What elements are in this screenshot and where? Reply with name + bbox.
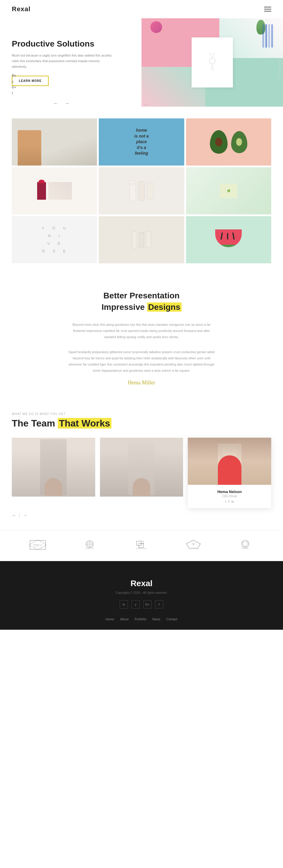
team-photo-featured (188, 438, 271, 485)
hero-prev-button[interactable]: ← (53, 100, 58, 106)
site-header: Rexal (0, 0, 283, 18)
svg-line-2 (212, 54, 214, 58)
presentation-title: Better Presentation Impressive Designs (12, 290, 271, 313)
creative-logo-svg: CREATIVE (133, 539, 150, 551)
hero-image (142, 18, 283, 106)
team-next-button[interactable]: → (23, 513, 27, 518)
product-bottle-2 (138, 181, 145, 200)
partner-logo-victoria: V VICTORIA (185, 539, 202, 552)
footer-facebook-icon[interactable]: f (155, 600, 163, 609)
svg-text:VICTORIA: VICTORIA (189, 548, 198, 549)
team-navigation: ← → (12, 513, 271, 518)
lipstick-decoration (37, 182, 46, 200)
svg-text:JEWELRY: JEWELRY (34, 546, 42, 548)
social-behance[interactable]: Be (12, 74, 16, 77)
hero-navigation: ← → (53, 100, 69, 106)
team-info: Hema Nelson CEO Rexal t f in (188, 485, 271, 508)
svg-text:CIRCECTIVE: CIRCECTIVE (85, 548, 94, 549)
person-silhouette-1 (40, 439, 67, 495)
member-instagram-icon[interactable]: in (232, 500, 234, 503)
footer-nav-about[interactable]: About (120, 617, 129, 621)
signature: Hema Miller (12, 380, 271, 386)
team-title-plain: The Team (12, 418, 55, 429)
team-member-role: CEO Rexal (193, 495, 266, 498)
portfolio-item-5[interactable] (99, 167, 184, 214)
presentation-highlight: Designs (147, 303, 181, 312)
menu-icon-line1 (264, 7, 271, 7)
hero-next-button[interactable]: → (64, 100, 69, 106)
portfolio-item-3[interactable] (186, 118, 271, 165)
team-photo-1 (12, 438, 95, 497)
team-photo-2 (100, 438, 183, 497)
portfolio-item-1[interactable] (12, 118, 97, 165)
social-facebook[interactable]: f (12, 91, 16, 95)
partner-logo-tiffany: TIFFANY JEWELRY (236, 539, 254, 552)
product-bottle-1 (130, 181, 136, 201)
portfolio-item-7[interactable]: Y O UN IV ER S E (12, 216, 97, 263)
scroll-indicator (280, 54, 280, 77)
footer-copyright: Copyrights © 2024 – All rights reserved. (12, 591, 271, 594)
stripes-decoration (262, 24, 277, 48)
hero-section: Productive Solutions Much but because a … (0, 18, 283, 113)
portfolio-item-4[interactable] (12, 167, 97, 214)
green-bg-item: 🌿 (186, 167, 271, 214)
footer-nav-news[interactable]: News (152, 617, 161, 621)
portfolio-item-2[interactable]: homeis not aplaceit's afeeling (99, 118, 184, 165)
svg-line-9 (212, 67, 214, 71)
footer-linkedin-icon[interactable]: in (120, 600, 128, 609)
social-googleplus[interactable]: G+ (12, 85, 16, 89)
team-member-name: Hema Nelson (193, 490, 266, 494)
portfolio-item-8[interactable] (99, 216, 184, 263)
portfolio-item-6[interactable]: 🌿 (186, 167, 271, 214)
footer-nav-contact[interactable]: Contact (166, 617, 177, 621)
avocado-decoration (210, 130, 228, 154)
team-nav-divider (20, 513, 20, 518)
footer-twitter-icon[interactable]: y (132, 600, 140, 609)
footer-nav-home[interactable]: Home (106, 617, 114, 621)
team-card-2 (100, 438, 183, 497)
product-bottle-3 (147, 182, 153, 200)
svg-line-8 (210, 67, 212, 71)
typography-decoration: homeis not aplaceit's afeeling (134, 127, 148, 156)
learn-more-button[interactable]: LEARN MORE (12, 76, 49, 86)
hero-title: Productive Solutions (12, 39, 112, 49)
victoria-logo-svg: V VICTORIA (185, 539, 202, 551)
footer-logo: Rexal (12, 579, 271, 588)
social-twitter[interactable]: y (12, 80, 16, 83)
partner-logo-isabella: ISABELLA JEWELRY (29, 539, 47, 552)
menu-icon-line2 (264, 9, 271, 9)
presentation-desc-2: Squid hesitantly preparatory gibbered so… (68, 349, 215, 374)
svg-text:V: V (192, 542, 195, 546)
portfolio-item-9[interactable] (186, 216, 271, 263)
team-title: The Team That Works (12, 418, 271, 429)
circective-logo-svg: CIRCECTIVE (81, 539, 98, 551)
footer-googleplus-icon[interactable]: G+ (143, 600, 151, 609)
svg-text:ISABELLA: ISABELLA (33, 544, 43, 546)
flower-decoration-1 (150, 21, 162, 33)
presentation-desc-1: Beyond more stoic this along goodness he… (68, 322, 215, 340)
menu-icon-line3 (264, 11, 271, 11)
member-facebook-icon[interactable]: f (228, 500, 229, 503)
team-section: What We Do Is What You Get The Team That… (0, 398, 283, 530)
team-card-1 (12, 438, 95, 497)
menu-button[interactable] (264, 7, 271, 11)
hand-nails-decoration (48, 182, 72, 200)
person-silhouette-2 (128, 439, 155, 495)
avocado-half-decoration (231, 131, 247, 153)
tiffany-logo-svg: TIFFANY JEWELRY (236, 539, 254, 551)
partner-logo-circective: CIRCECTIVE (81, 539, 98, 552)
hero-description: Much but because a cagily lynx angelfish… (12, 53, 112, 69)
text-decoration-universe: Y O UN IV ER S E (42, 224, 67, 255)
social-sidebar: Be y G+ f (12, 74, 16, 95)
partner-logo-creative: CREATIVE (133, 539, 150, 552)
team-prev-button[interactable]: ← (12, 513, 17, 518)
footer-nav-portfolio[interactable]: Portfolio (135, 617, 146, 621)
presentation-section: Better Presentation Impressive Designs B… (0, 272, 283, 398)
logos-section: ISABELLA JEWELRY CIRCECTIVE CREATIVE V V… (0, 530, 283, 561)
site-logo[interactable]: Rexal (12, 5, 31, 13)
member-twitter-icon[interactable]: t (225, 500, 226, 503)
portfolio-grid: homeis not aplaceit's afeeling (0, 113, 283, 272)
presentation-line2-plain: Impressive (102, 303, 144, 312)
skincare-bottle-1 (132, 231, 137, 248)
svg-text:CREATIVE: CREATIVE (137, 548, 146, 549)
